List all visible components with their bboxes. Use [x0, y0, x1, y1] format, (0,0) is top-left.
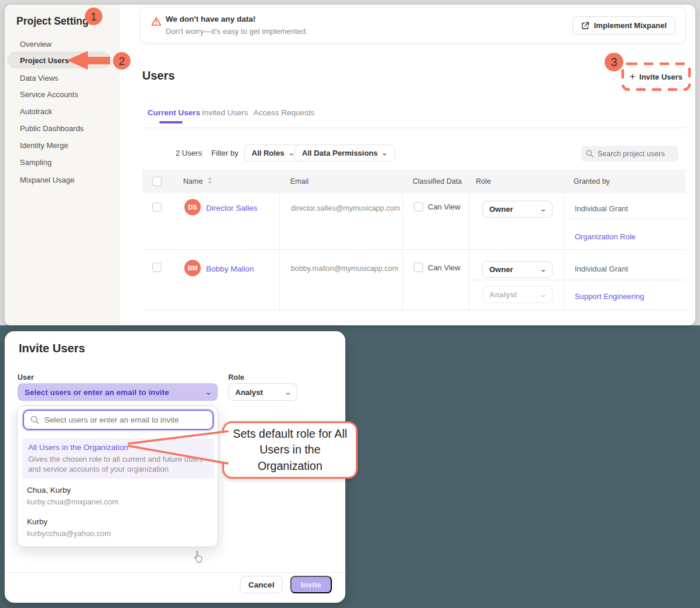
- filter-by-label: Filter by: [211, 149, 238, 157]
- chevron-down-icon: ⌄: [540, 206, 547, 212]
- roles-filter-label: All Roles: [252, 149, 284, 157]
- sidebar-item-sampling[interactable]: Sampling: [20, 158, 52, 167]
- dropdown-search-input[interactable]: [44, 415, 203, 424]
- search-project-users[interactable]: [581, 146, 678, 162]
- role-dropdown-disabled: Analyst⌄: [482, 286, 553, 303]
- chevron-down-icon: ⌄: [540, 291, 547, 298]
- can-view-label: Can View: [428, 263, 460, 272]
- row-checkbox[interactable]: [152, 202, 162, 212]
- option-title: All Users in the Organization: [28, 443, 128, 452]
- option-title: Chua, Kurby: [27, 486, 118, 494]
- granted-by-primary: Individual Grant: [575, 204, 628, 213]
- banner-subtitle: Don't worry—it's easy to get implemented…: [166, 27, 308, 36]
- sidebar-item-service-accounts[interactable]: Service Accounts: [20, 90, 78, 99]
- option-description: Gives the chosen role to all current and…: [28, 454, 211, 475]
- sidebar-item-public-dashboards[interactable]: Public Dashboards: [20, 124, 84, 133]
- invite-users-label: Invite Users: [639, 73, 682, 81]
- avatar: DS: [184, 199, 201, 215]
- tab-invited-users[interactable]: Invited Users: [202, 108, 248, 117]
- col-header-role: Role: [476, 177, 491, 186]
- select-all-checkbox[interactable]: [152, 177, 162, 186]
- chevron-down-icon: ⌄: [288, 150, 295, 156]
- row-divider: [142, 249, 686, 250]
- granted-by-primary: Individual Grant: [575, 265, 628, 273]
- option-email: kurby.chua@mixpanel.com: [27, 497, 118, 506]
- role-dropdown[interactable]: Owner⌄: [482, 261, 553, 278]
- annotation-callout: Sets default role for All Users in the O…: [222, 421, 358, 479]
- classified-data-cell: Can View: [414, 202, 460, 211]
- sidebar-item-autotrack[interactable]: Autotrack: [20, 107, 52, 116]
- user-field-label: User: [18, 373, 34, 382]
- tab-current-users[interactable]: Current Users: [147, 108, 200, 117]
- invite-button[interactable]: Invite: [290, 576, 332, 593]
- table-header: Name Email Classified Data Role Granted …: [142, 170, 686, 193]
- sidebar: Project Settings Overview Project Users …: [5, 5, 120, 325]
- option-chua-kurby[interactable]: Chua, Kurby kurby.chua@mixpanel.com: [27, 486, 118, 506]
- role-field-label: Role: [228, 373, 244, 382]
- role-select-value: Analyst: [235, 388, 263, 397]
- external-link-icon: [581, 22, 589, 30]
- user-select-value: Select users or enter an email to invite: [25, 388, 169, 397]
- chevron-down-icon: ⌄: [284, 389, 291, 396]
- invite-users-button[interactable]: + Invite Users: [623, 64, 689, 89]
- tabs-divider: [142, 128, 686, 128]
- dropdown-search[interactable]: [23, 410, 214, 430]
- user-select-trigger[interactable]: Select users or enter an email to invite…: [18, 383, 218, 401]
- option-title: Kurby: [27, 517, 111, 526]
- sidebar-item-identity-merge[interactable]: Identity Merge: [20, 141, 68, 150]
- col-divider: [564, 193, 564, 310]
- filter-divider: [202, 148, 203, 158]
- avatar: BM: [184, 260, 201, 276]
- user-email: bobby.mallon@mymusicapp.com: [291, 265, 398, 273]
- classified-data-cell: Can View: [414, 263, 460, 272]
- banner-title: We don't have any data!: [166, 15, 256, 23]
- implement-mixpanel-button[interactable]: Implement Mixpanel: [572, 16, 675, 35]
- permissions-filter-label: All Data Permissions: [302, 149, 378, 157]
- option-kurby[interactable]: Kurby kurbycchua@yahoo.com: [27, 517, 111, 538]
- sidebar-item-mixpanel-usage[interactable]: Mixpanel Usage: [20, 176, 74, 184]
- role-select[interactable]: Analyst ⌄: [228, 383, 297, 401]
- plus-icon: +: [630, 71, 635, 82]
- sidebar-item-project-users[interactable]: Project Users: [20, 56, 69, 65]
- search-icon: [586, 150, 593, 157]
- user-name-link[interactable]: Bobby Mallon: [206, 265, 254, 273]
- implement-mixpanel-label: Implement Mixpanel: [594, 21, 667, 30]
- sidebar-item-data-views[interactable]: Data Views: [20, 74, 59, 83]
- option-email: kurbycchua@yahoo.com: [27, 529, 111, 538]
- granted-divider: [564, 219, 686, 219]
- chevron-down-icon: ⌄: [540, 266, 547, 273]
- sidebar-title: Project Settings: [16, 15, 94, 28]
- role-dropdown[interactable]: Owner⌄: [482, 201, 553, 218]
- col-divider: [402, 193, 403, 310]
- table-bottom-divider: [142, 310, 686, 310]
- col-header-name[interactable]: Name: [183, 177, 212, 186]
- subrow-divider: [469, 280, 686, 280]
- cancel-button[interactable]: Cancel: [240, 576, 283, 593]
- col-divider: [279, 193, 280, 310]
- active-tab-underline: [159, 121, 183, 123]
- granted-by-secondary-link[interactable]: Support Engineering: [575, 292, 644, 301]
- can-view-checkbox[interactable]: [414, 202, 423, 211]
- permissions-filter-dropdown[interactable]: All Data Permissions ⌄: [294, 145, 395, 162]
- roles-filter-dropdown[interactable]: All Roles ⌄: [244, 145, 301, 162]
- col-header-classified: Classified Data: [413, 177, 462, 186]
- user-dropdown-panel: All Users in the Organization Gives the …: [17, 406, 218, 547]
- cursor-hand-icon: [193, 551, 203, 563]
- page-title: Users: [142, 69, 175, 83]
- col-header-granted-by: Granted by: [574, 177, 610, 186]
- search-input[interactable]: [598, 150, 668, 158]
- granted-by-secondary-link[interactable]: Organization Role: [575, 232, 636, 241]
- user-count: 2 Users: [176, 149, 202, 157]
- chevron-down-icon: ⌄: [205, 389, 212, 396]
- user-name-link[interactable]: Director Salles: [206, 204, 258, 212]
- col-header-email: Email: [290, 177, 308, 186]
- tab-access-requests[interactable]: Access Requests: [253, 108, 314, 117]
- search-icon: [30, 415, 39, 424]
- sidebar-item-overview[interactable]: Overview: [20, 40, 52, 49]
- sort-icon: [208, 177, 212, 184]
- dialog-title: Invite Users: [19, 342, 85, 355]
- can-view-checkbox[interactable]: [414, 263, 423, 272]
- option-all-users-organization[interactable]: All Users in the Organization Gives the …: [22, 438, 214, 479]
- page-root: Project Settings Overview Project Users …: [0, 0, 700, 608]
- row-checkbox[interactable]: [152, 263, 162, 272]
